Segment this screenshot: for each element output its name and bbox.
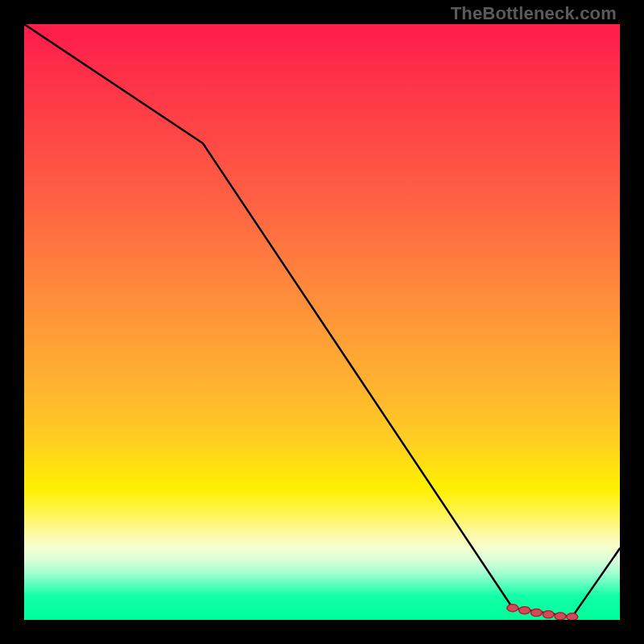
line-chart-svg	[24, 24, 620, 620]
chart-marker	[567, 613, 578, 620]
chart-marker	[530, 609, 542, 617]
chart-marker	[543, 611, 554, 618]
chart-marker	[519, 607, 530, 614]
plot-area	[24, 24, 620, 620]
chart-marker	[507, 605, 518, 612]
chart-marker	[555, 613, 566, 620]
watermark-text: TheBottleneck.com	[451, 3, 617, 24]
chart-line	[24, 24, 620, 617]
chart-markers	[507, 605, 578, 620]
chart-frame: TheBottleneck.com	[0, 0, 644, 644]
